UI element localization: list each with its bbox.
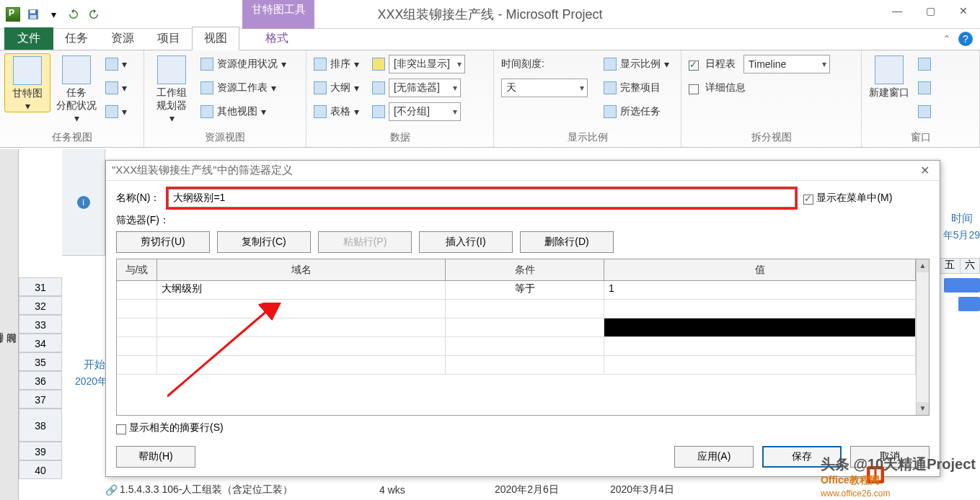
cell-andor[interactable] [117,281,157,299]
calendar-button[interactable]: ▾ [102,77,130,99]
row-number-col: 31 32 33 34 35 36 37 38 39 40 [19,277,62,479]
outline-button[interactable]: 大纲▾ [311,77,362,99]
team-planner-icon [157,55,186,84]
apply-button[interactable]: 应用(A) [674,446,754,468]
side-tab-timeline[interactable]: 时间表 [5,149,18,500]
insert-row-button[interactable]: 插入行(I) [419,231,513,253]
cell-field[interactable]: 大纲级别 [157,281,446,299]
resource-sheet-button[interactable]: 资源工作表▾ [198,77,289,99]
team-planner-button[interactable]: 工作组 规划器▾ [149,53,195,124]
tables-button[interactable]: 表格▾ [311,101,362,122]
maximize-button[interactable]: ▢ [914,0,947,22]
row-39[interactable]: 39 [19,442,62,460]
save-icon[interactable] [25,6,42,23]
group-split: 拆分视图 [686,130,857,146]
dialog-close-button[interactable]: ✕ [916,164,934,177]
row-31[interactable]: 31 [19,277,62,296]
details-checkbox[interactable] [689,84,699,94]
redo-icon[interactable] [85,6,102,23]
hide-icon [918,105,931,118]
info-header: i [62,149,105,256]
filter-row-3[interactable] [117,318,916,337]
filter-row-5[interactable] [117,356,916,375]
help-button[interactable]: 帮助(H) [116,446,195,468]
copy-row-button[interactable]: 复制行(C) [217,231,311,253]
col-and-or: 与/或 [117,259,157,280]
side-tab-gantt[interactable]: 甘特图 [0,149,5,500]
selected-tasks-button[interactable]: 所选任务 [601,101,672,122]
tab-file[interactable]: 文件 [4,27,53,50]
row-40[interactable]: 40 [19,460,62,479]
close-button[interactable]: ✕ [947,0,980,22]
filter-combo[interactable]: [无筛选器] [369,77,468,99]
tab-view[interactable]: 视图 [192,27,239,50]
cell-condition[interactable]: 等于 [446,281,604,299]
help-icon[interactable]: ? [958,32,973,46]
switch-windows-button[interactable] [915,53,934,75]
col-field: 域名 [157,259,446,280]
resource-usage-button[interactable]: 资源使用状况▾ [198,53,289,75]
timescale-value[interactable]: 天 [501,79,588,97]
cell-value[interactable]: 1 [604,281,916,299]
show-menu-checkbox[interactable] [803,195,813,205]
highlight-value[interactable]: [非突出显示] [389,55,465,73]
new-window-button[interactable]: 新建窗口 [866,53,912,99]
timeline-end-label: 时间 [951,212,973,226]
filter-name-input[interactable] [168,189,795,207]
sort-button[interactable]: 排序▾ [311,53,362,75]
timeline-combo[interactable]: Timeline [743,55,830,73]
hide-button[interactable] [915,101,934,122]
timescale-combo[interactable]: 天 [498,77,591,99]
timeline-end-date: 年5月29 [943,229,980,242]
row-38[interactable]: 38 [19,409,62,442]
row-35[interactable]: 35 [19,352,62,371]
tab-project[interactable]: 项目 [146,27,192,50]
entire-project-button[interactable]: 完整项目 [601,77,672,99]
arrange-all-button[interactable] [915,77,934,99]
filter-grid[interactable]: 与/或 域名 条件 值 大纲级别 等于 1 ▲▼ [116,259,930,416]
grid-scrollbar[interactable]: ▲▼ [916,259,929,415]
gantt-label: 甘特图 [12,87,43,100]
tables-icon [314,105,327,118]
link-icon: 🔗 [105,484,120,496]
other-views-label: 其他视图 [217,105,257,118]
show-in-menu-check[interactable]: 显示在菜单中(M) [803,192,892,205]
other-resource-views-button[interactable]: 其他视图▾ [198,101,289,122]
network-diagram-button[interactable]: ▾ [102,53,130,75]
zoom-button[interactable]: 显示比例▾ [601,53,672,75]
gantt-chart-button[interactable]: 甘特图▾ [4,53,50,112]
delete-row-button[interactable]: 删除行(D) [520,231,614,253]
team-planner-label: 工作组 规划器 [156,86,187,112]
minimize-button[interactable]: — [880,0,914,22]
row-36[interactable]: 36 [19,371,62,390]
undo-icon[interactable] [65,6,82,23]
scroll-down-icon[interactable]: ▼ [917,402,929,415]
row-37[interactable]: 37 [19,390,62,409]
group-value[interactable]: [不分组] [389,102,461,121]
show-summary-rows-check[interactable]: 显示相关的摘要行(S) [116,421,930,434]
other-task-views-button[interactable]: ▾ [102,101,130,122]
task-usage-button[interactable]: 任务 分配状况▾ [53,53,100,124]
dialog-title: "XXX组装铆接生产线"中的筛选器定义 [112,164,293,177]
filter-row-2[interactable] [117,300,916,318]
tab-format[interactable]: 格式 [254,27,300,50]
scroll-up-icon[interactable]: ▲ [917,259,929,272]
day-fri: 五 [940,259,960,273]
collapse-ribbon-icon[interactable]: ⌃ [943,33,951,45]
cut-row-button[interactable]: 剪切行(U) [116,231,210,253]
filter-value[interactable]: [无筛选器] [389,79,461,97]
summary-checkbox[interactable] [116,424,126,434]
timeline-check[interactable]: 日程表Timeline [686,53,833,75]
row-33[interactable]: 33 [19,315,62,334]
summary-label: 显示相关的摘要行(S) [129,421,224,434]
tab-resource[interactable]: 资源 [100,27,146,50]
filter-row-1[interactable]: 大纲级别 等于 1 [117,281,916,300]
row-34[interactable]: 34 [19,334,62,352]
details-check[interactable]: 详细信息 [686,77,833,99]
filter-row-4[interactable] [117,337,916,356]
group-combo[interactable]: [不分组] [369,101,468,122]
timeline-checkbox[interactable] [689,61,699,71]
tab-task[interactable]: 任务 [53,27,100,50]
row-32[interactable]: 32 [19,296,62,315]
highlight-combo[interactable]: [非突出显示] [369,53,468,75]
